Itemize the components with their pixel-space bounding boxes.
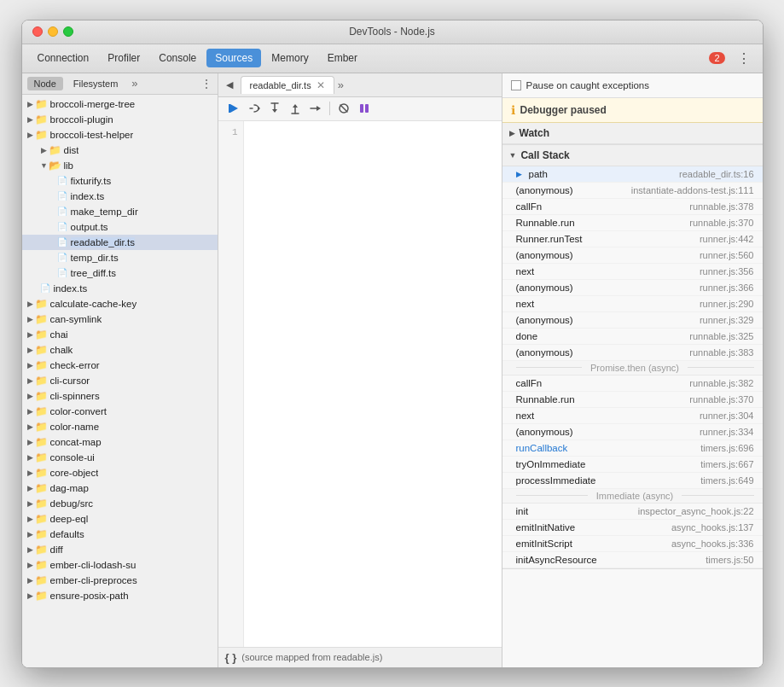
- minimize-button[interactable]: [48, 26, 58, 37]
- deactivate-breakpoints-button[interactable]: [335, 100, 352, 117]
- list-item[interactable]: ▶ 📁 debug/src: [22, 496, 218, 511]
- list-item[interactable]: 📄 index.ts: [22, 189, 218, 204]
- list-item[interactable]: ▶ 📁 concat-map: [22, 434, 218, 450]
- list-item[interactable]: 📄 readable_dir.ts: [22, 235, 218, 250]
- list-item[interactable]: ▶ 📁 diff: [22, 542, 218, 557]
- list-item[interactable]: 📄 tree_diff.ts: [22, 265, 218, 281]
- stack-frame-emitinitscipt[interactable]: emitInitScript async_hooks.js:336: [502, 536, 763, 552]
- tab-filesystem[interactable]: Filesystem: [67, 77, 125, 90]
- menu-profiler[interactable]: Profiler: [99, 49, 148, 67]
- step-over-button[interactable]: [246, 100, 263, 117]
- async-label: Promise.then (async): [585, 363, 684, 373]
- close-button[interactable]: [32, 26, 43, 37]
- stack-frame-path[interactable]: ▶ path readable_dir.ts:16: [502, 166, 763, 183]
- stack-frame-anonymous-2[interactable]: (anonymous) runner.js:560: [502, 247, 763, 264]
- stack-frame-runner-runtest[interactable]: Runner.runTest runner.js:442: [502, 231, 763, 247]
- file-tree: ▶ 📁 broccoli-merge-tree ▶ 📁 broccoli-plu…: [22, 95, 218, 667]
- tab-node[interactable]: Node: [27, 77, 63, 90]
- list-item[interactable]: ▶ 📁 ember-cli-lodash-su: [22, 557, 218, 573]
- pause-exceptions-label: Pause on caught exceptions: [526, 80, 650, 90]
- resume-button[interactable]: [225, 100, 242, 117]
- stack-frame-name: callFn: [516, 201, 687, 212]
- stack-frame-anonymous-3[interactable]: (anonymous) runner.js:366: [502, 280, 763, 296]
- menu-console[interactable]: Console: [150, 49, 205, 67]
- editor-tabs: ◀ readable_dir.ts ✕ »: [218, 73, 502, 97]
- list-item[interactable]: 📄 temp_dir.ts: [22, 250, 218, 265]
- list-item[interactable]: 📄 make_temp_dir: [22, 204, 218, 219]
- stack-frame-init[interactable]: init inspector_async_hook.js:22: [502, 504, 763, 520]
- stack-frame-processimmediate[interactable]: processImmediate timers.js:649: [502, 473, 763, 489]
- list-item[interactable]: ▶ 📁 core-object: [22, 465, 218, 480]
- more-menu-button[interactable]: ⋮: [732, 49, 756, 68]
- stack-frame-runnable-run-1[interactable]: Runnable.run runnable.js:370: [502, 215, 763, 231]
- list-item[interactable]: ▶ 📁 can-symlink: [22, 311, 218, 327]
- list-item[interactable]: ▶ 📁 color-convert: [22, 404, 218, 419]
- list-item[interactable]: ▶ 📁 cli-cursor: [22, 373, 218, 388]
- list-item[interactable]: ▶ 📁 defaults: [22, 527, 218, 542]
- list-item[interactable]: ▶ 📁 console-ui: [22, 450, 218, 465]
- list-item[interactable]: ▼ 📂 lib: [22, 158, 218, 173]
- stack-frame-anonymous-5[interactable]: (anonymous) runnable.js:383: [502, 345, 763, 361]
- list-item[interactable]: ▶ 📁 check-error: [22, 358, 218, 373]
- step-button[interactable]: [307, 100, 324, 117]
- watch-section-header[interactable]: ▶ Watch: [502, 123, 763, 144]
- stack-frame-next-1[interactable]: next runner.js:356: [502, 264, 763, 280]
- pause-exceptions-checkbox[interactable]: [511, 80, 521, 90]
- list-item[interactable]: ▶ 📁 broccoli-merge-tree: [22, 96, 218, 112]
- call-stack-section-header[interactable]: ▼ Call Stack: [502, 145, 763, 166]
- stack-frame-next-2[interactable]: next runner.js:290: [502, 296, 763, 312]
- stack-frame-callfn-1[interactable]: callFn runnable.js:378: [502, 199, 763, 215]
- stack-frame-name: Runner.runTest: [516, 234, 696, 244]
- call-stack-list: ▶ path readable_dir.ts:16 (anonymous) in…: [502, 166, 763, 568]
- list-item[interactable]: ▶ 📁 cli-spinners: [22, 388, 218, 404]
- stack-frame-done[interactable]: done runnable.js:325: [502, 329, 763, 345]
- list-item[interactable]: 📄 output.ts: [22, 219, 218, 235]
- stack-frame-name: (anonymous): [516, 185, 628, 195]
- stack-frame-tryonimmediate[interactable]: tryOnImmediate timers.js:667: [502, 457, 763, 473]
- editor-tab-more[interactable]: »: [338, 79, 344, 91]
- list-item[interactable]: ▶ 📁 dist: [22, 143, 218, 158]
- stack-frame-anonymous-4[interactable]: (anonymous) runner.js:329: [502, 312, 763, 329]
- tree-item-label: debug/src: [50, 498, 94, 509]
- list-item[interactable]: ▶ 📁 broccoli-test-helper: [22, 127, 218, 143]
- step-out-button[interactable]: [287, 100, 304, 117]
- menu-sources[interactable]: Sources: [206, 49, 261, 67]
- list-item[interactable]: ▶ 📁 chai: [22, 327, 218, 342]
- menu-memory[interactable]: Memory: [263, 49, 317, 67]
- stack-frame-callfn-2[interactable]: callFn runnable.js:382: [502, 376, 763, 392]
- stack-frame-emitinitnative[interactable]: emitInitNative async_hooks.js:137: [502, 520, 763, 536]
- editor-code[interactable]: [244, 121, 502, 647]
- list-item[interactable]: ▶ 📁 chalk: [22, 342, 218, 358]
- stack-frame-name: (anonymous): [516, 282, 696, 293]
- navigate-back-button[interactable]: ◀: [222, 77, 237, 92]
- tree-item-label: defaults: [50, 529, 84, 539]
- editor-tab-close[interactable]: ✕: [317, 79, 325, 91]
- tree-item-label: make_temp_dir: [71, 207, 138, 217]
- list-item[interactable]: ▶ 📁 dag-map: [22, 480, 218, 496]
- list-item[interactable]: ▶ 📁 ember-cli-preproces: [22, 573, 218, 588]
- stack-frame-runcallback[interactable]: runCallback timers.js:696: [502, 440, 763, 457]
- stack-frame-next-3[interactable]: next runner.js:304: [502, 408, 763, 424]
- stack-frame-name: next: [516, 266, 696, 277]
- file-menu-button[interactable]: ⋮: [200, 77, 212, 90]
- collapse-arrow: ▶: [26, 514, 36, 524]
- stack-frame-anonymous-1[interactable]: (anonymous) instantiate-addons-test.js:1…: [502, 183, 763, 199]
- pause-button[interactable]: [356, 100, 373, 117]
- stack-frame-runnable-run-2[interactable]: Runnable.run runnable.js:370: [502, 392, 763, 408]
- folder-icon: 📁: [36, 482, 48, 494]
- list-item[interactable]: ▶ 📁 calculate-cache-key: [22, 296, 218, 311]
- step-into-button[interactable]: [266, 100, 283, 117]
- menu-ember[interactable]: Ember: [319, 49, 366, 67]
- menu-connection[interactable]: Connection: [29, 49, 98, 67]
- stack-frame-anonymous-6[interactable]: (anonymous) runner.js:334: [502, 424, 763, 440]
- editor-tab-readable[interactable]: readable_dir.ts ✕: [241, 76, 334, 94]
- list-item[interactable]: ▶ 📁 color-name: [22, 419, 218, 434]
- list-item[interactable]: ▶ 📁 ensure-posix-path: [22, 588, 218, 603]
- list-item[interactable]: 📄 index.ts: [22, 281, 218, 296]
- stack-frame-initasyncresource[interactable]: initAsyncResource timers.js:50: [502, 552, 763, 568]
- maximize-button[interactable]: [63, 26, 73, 37]
- file-tab-more[interactable]: »: [131, 77, 137, 90]
- list-item[interactable]: ▶ 📁 deep-eql: [22, 511, 218, 527]
- list-item[interactable]: ▶ 📁 broccoli-plugin: [22, 112, 218, 127]
- list-item[interactable]: 📄 fixturify.ts: [22, 173, 218, 189]
